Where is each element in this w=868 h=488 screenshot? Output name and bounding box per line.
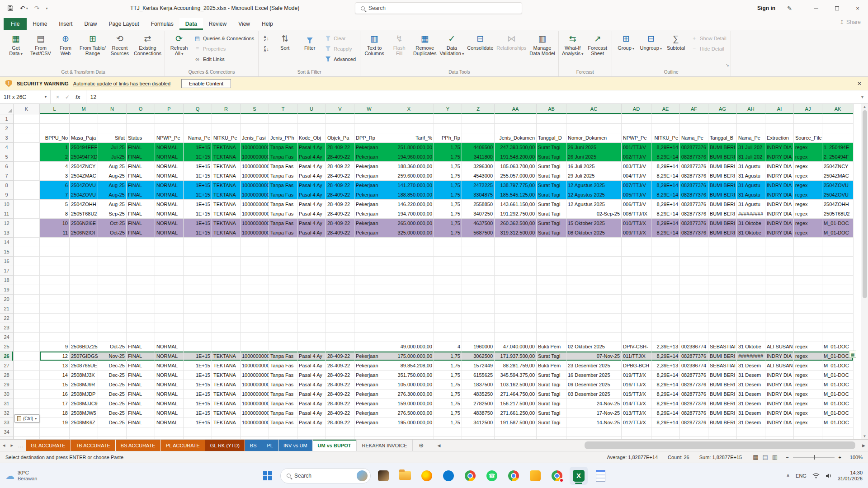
- cell-AC17[interactable]: [566, 266, 622, 276]
- cell-AK8[interactable]: 2504ZOVU: [822, 181, 854, 190]
- cell-AE16[interactable]: [651, 257, 680, 266]
- cell-AC32[interactable]: 17-Nov-25: [566, 408, 622, 418]
- cell-X21[interactable]: [384, 304, 434, 314]
- cell-L15[interactable]: [40, 247, 70, 257]
- cell-AK34[interactable]: [822, 427, 854, 437]
- column-header-Q[interactable]: Q: [184, 104, 212, 114]
- cell-AK28[interactable]: M_01-DOC: [822, 371, 854, 380]
- cell-AB22[interactable]: [537, 314, 566, 323]
- pinned-image-icon[interactable]: [374, 467, 392, 485]
- cell-X27[interactable]: 89.854.208,00: [384, 361, 434, 371]
- cell-R25[interactable]: [212, 342, 241, 352]
- cell-O11[interactable]: FINAL: [127, 209, 155, 219]
- cell-R12[interactable]: TEKTANA: [212, 219, 241, 228]
- cell-U2[interactable]: [297, 124, 326, 133]
- sort-ascending-button[interactable]: AZ↓: [260, 34, 272, 43]
- cell-AE33[interactable]: 8,29E+14: [651, 418, 680, 427]
- cell-K10[interactable]: [14, 200, 40, 209]
- cell-AF9[interactable]: 082877376: [680, 190, 708, 200]
- cell-M23[interactable]: [70, 323, 98, 333]
- cell-AK21[interactable]: [822, 304, 854, 314]
- cell-AK31[interactable]: M_01-DOC: [822, 399, 854, 408]
- column-header-K[interactable]: K: [14, 104, 40, 114]
- zoom-in-icon[interactable]: +: [839, 455, 841, 460]
- cell-O3[interactable]: Status: [127, 133, 155, 143]
- cell-Y10[interactable]: 1,75: [434, 200, 462, 209]
- cell-AH31[interactable]: 31 Desem: [737, 399, 765, 408]
- cell-V28[interactable]: 28-409-22: [326, 371, 354, 380]
- cell-AB35[interactable]: [537, 437, 566, 439]
- cell-V10[interactable]: 28-409-22: [326, 200, 354, 209]
- cell-AF13[interactable]: 082877376: [680, 228, 708, 238]
- cell-Z5[interactable]: 3411800: [462, 152, 495, 162]
- cell-AI25[interactable]: ALI SUSAN: [765, 342, 794, 352]
- sheet-tab-bs-accurate[interactable]: BS ACCURATE: [116, 440, 160, 451]
- cell-AB28[interactable]: Surat Tagi: [537, 371, 566, 380]
- column-header-AD[interactable]: AD: [622, 104, 651, 114]
- cell-Y2[interactable]: [434, 124, 462, 133]
- cell-AA22[interactable]: [495, 314, 537, 323]
- cell-AF6[interactable]: 082877376: [680, 162, 708, 171]
- cell-O33[interactable]: FINAL: [127, 418, 155, 427]
- cell-AA33[interactable]: 191.587.500,00: [495, 418, 537, 427]
- cell-W12[interactable]: Pekerjaan: [354, 219, 384, 228]
- scroll-right-icon[interactable]: ▶: [859, 443, 868, 448]
- cell-AA11[interactable]: 191.292.750,00: [495, 209, 537, 219]
- cell-AH7[interactable]: 31 Agustu: [737, 171, 765, 181]
- cell-P35[interactable]: [155, 437, 184, 439]
- cell-L3[interactable]: BPPU_No: [40, 133, 70, 143]
- column-header-U[interactable]: U: [297, 104, 326, 114]
- row-header-9[interactable]: 9: [0, 190, 14, 200]
- row-header-1[interactable]: 1: [0, 114, 14, 124]
- cell-S14[interactable]: [241, 238, 269, 247]
- cell-U4[interactable]: Pasal 4 Ay: [297, 143, 326, 152]
- cell-W35[interactable]: [354, 437, 384, 439]
- row-header-29[interactable]: 29: [0, 380, 14, 389]
- cell-R28[interactable]: TEKTANA: [212, 371, 241, 380]
- cell-AD13[interactable]: 009/TTJ/X: [622, 228, 651, 238]
- group-button[interactable]: ⊞Group ▾: [614, 32, 638, 69]
- cell-K16[interactable]: [14, 257, 40, 266]
- cell-M27[interactable]: 2508765UE: [70, 361, 98, 371]
- cell-N16[interactable]: [98, 257, 127, 266]
- cell-W23[interactable]: [354, 323, 384, 333]
- cell-K5[interactable]: [14, 152, 40, 162]
- cell-AH5[interactable]: 31 Juli 202: [737, 152, 765, 162]
- normal-view-icon[interactable]: ▦: [753, 454, 758, 460]
- cell-N26[interactable]: Nov-25: [98, 352, 127, 361]
- cell-X23[interactable]: [384, 323, 434, 333]
- cell-Y34[interactable]: [434, 427, 462, 437]
- cell-P6[interactable]: NORMAL: [155, 162, 184, 171]
- titlebar-search-box[interactable]: Search: [355, 2, 522, 14]
- cell-AK7[interactable]: 2504ZMAC: [822, 171, 854, 181]
- cell-AD32[interactable]: 013/TTJ/X: [622, 408, 651, 418]
- cell-AK16[interactable]: [822, 257, 854, 266]
- cell-M5[interactable]: 250494FXD: [70, 152, 98, 162]
- cell-AK10[interactable]: 2504ZOHH: [822, 200, 854, 209]
- cell-S12[interactable]: 1000000000: [241, 219, 269, 228]
- cell-L20[interactable]: [40, 295, 70, 304]
- cell-X17[interactable]: [384, 266, 434, 276]
- cell-AG27[interactable]: SEBASTIAI: [708, 361, 737, 371]
- cell-AK23[interactable]: [822, 323, 854, 333]
- next-sheet-icon[interactable]: ▸: [8, 442, 16, 448]
- cell-Y6[interactable]: 1,75: [434, 162, 462, 171]
- cell-X1[interactable]: [384, 114, 434, 124]
- cell-Y5[interactable]: 1,75: [434, 152, 462, 162]
- cell-T30[interactable]: Tanpa Fas: [269, 389, 297, 399]
- cell-K28[interactable]: [14, 371, 40, 380]
- cell-K29[interactable]: [14, 380, 40, 389]
- cell-M14[interactable]: [70, 238, 98, 247]
- cell-T10[interactable]: Tanpa Fas: [269, 200, 297, 209]
- cell-T19[interactable]: [269, 285, 297, 295]
- cell-T29[interactable]: Tanpa Fas: [269, 380, 297, 389]
- cell-L8[interactable]: 6: [40, 181, 70, 190]
- scroll-left-icon[interactable]: ◀: [435, 443, 443, 448]
- cell-K15[interactable]: [14, 247, 40, 257]
- cell-Y7[interactable]: 1,75: [434, 171, 462, 181]
- cell-AG15[interactable]: [708, 247, 737, 257]
- column-header-V[interactable]: V: [326, 104, 354, 114]
- cell-AF25[interactable]: 002386774: [680, 342, 708, 352]
- cell-AH29[interactable]: 31 Desem: [737, 380, 765, 389]
- ribbon-tab-draw[interactable]: Draw: [78, 18, 103, 30]
